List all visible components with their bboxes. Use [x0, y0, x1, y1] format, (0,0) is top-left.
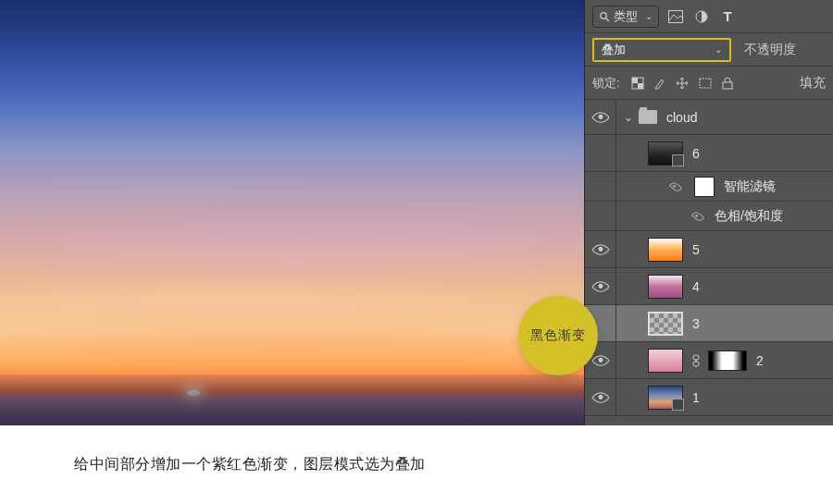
layer-thumbnail: [648, 141, 683, 166]
blend-mode-select[interactable]: 叠加 ⌄: [592, 38, 731, 62]
layer-group-cloud[interactable]: ⌄ cloud: [585, 100, 833, 135]
lock-artboard-icon[interactable]: [698, 77, 713, 90]
eye-icon: [591, 277, 610, 296]
svg-point-0: [601, 12, 607, 18]
eye-icon: [591, 240, 610, 259]
layer-thumbnail: [648, 312, 683, 336]
cloud-overlay: [0, 0, 584, 425]
visibility-toggle[interactable]: [585, 100, 616, 134]
filter-image-icon[interactable]: [666, 7, 685, 26]
layer-5[interactable]: 5: [585, 231, 833, 268]
layer-2[interactable]: 2: [585, 342, 833, 379]
svg-rect-6: [638, 83, 643, 89]
hue-sat-filter-row[interactable]: 色相/饱和度: [585, 202, 833, 231]
filter-text-icon[interactable]: T: [718, 7, 737, 26]
layer-thumbnail: [648, 238, 683, 262]
layer-name: 3: [692, 316, 700, 331]
search-icon: [599, 11, 610, 22]
callout-text: 黑色渐变: [530, 327, 586, 344]
mountains: [0, 375, 584, 425]
blend-mode-row: 叠加 ⌄ 不透明度: [585, 33, 833, 67]
layer-6[interactable]: 6: [585, 135, 833, 172]
link-icon: [691, 354, 700, 366]
visibility-toggle[interactable]: [585, 231, 616, 267]
visibility-toggle[interactable]: [585, 268, 616, 304]
chevron-down-icon: ⌄: [715, 44, 722, 55]
layer-thumbnail: [648, 386, 683, 410]
annotation-callout: 黑色渐变: [518, 296, 598, 375]
visibility-toggle[interactable]: [585, 172, 616, 201]
chevron-down-icon: ⌄: [645, 11, 653, 21]
svg-rect-7: [700, 79, 711, 88]
layer-mask-thumbnail: [708, 350, 747, 371]
canvas-preview: [0, 0, 584, 425]
lock-icons: [631, 77, 733, 90]
layer-name: 4: [692, 279, 700, 294]
fill-label[interactable]: 填充: [800, 75, 826, 92]
layer-thumbnail: [648, 275, 683, 299]
layer-name: 5: [692, 242, 700, 257]
eye-icon: [591, 351, 610, 370]
smart-filters-label: 智能滤镜: [724, 178, 776, 195]
caption-text: 给中间部分增加一个紫红色渐变，图层模式选为叠加: [0, 425, 833, 474]
layer-thumbnail: [648, 349, 683, 373]
filter-adjust-icon[interactable]: [692, 7, 711, 26]
folder-icon: [639, 110, 657, 124]
lock-row: 锁定:: [585, 67, 833, 100]
layer-4[interactable]: 4: [585, 268, 833, 305]
visibility-toggle[interactable]: [585, 379, 616, 415]
layer-name: cloud: [666, 110, 697, 125]
filter-mask-thumbnail: [694, 177, 715, 197]
lock-label: 锁定:: [592, 75, 620, 92]
layer-filter-row: 类型 ⌄ T: [585, 0, 833, 33]
svg-rect-5: [632, 78, 638, 83]
layer-list: ⌄ cloud 6 智能滤镜: [585, 100, 833, 425]
blend-mode-value: 叠加: [602, 42, 626, 58]
lock-paint-icon[interactable]: [653, 77, 666, 90]
filter-label: 类型: [614, 8, 638, 25]
lock-all-icon[interactable]: [722, 77, 733, 90]
layers-panel: 类型 ⌄ T 叠加 ⌄ 不透明度: [584, 0, 833, 425]
eye-icon[interactable]: [691, 209, 704, 222]
lock-transparency-icon[interactable]: [631, 77, 644, 90]
visibility-toggle[interactable]: [585, 202, 616, 230]
layer-3[interactable]: 3: [585, 305, 833, 342]
lock-move-icon[interactable]: [676, 77, 689, 90]
svg-rect-8: [723, 82, 732, 89]
filter-name: 色相/饱和度: [715, 208, 783, 225]
eye-icon[interactable]: [669, 179, 682, 192]
smart-filters-row[interactable]: 智能滤镜: [585, 172, 833, 202]
eye-icon: [591, 108, 610, 127]
layer-name: 2: [756, 353, 764, 368]
eye-icon: [591, 388, 610, 407]
visibility-toggle[interactable]: [585, 135, 616, 171]
layer-name: 6: [692, 146, 700, 161]
layer-filter-type[interactable]: 类型 ⌄: [592, 6, 659, 28]
chevron-down-icon[interactable]: ⌄: [624, 111, 633, 124]
svg-line-1: [606, 18, 609, 20]
layer-1[interactable]: 1: [585, 379, 833, 416]
opacity-label[interactable]: 不透明度: [744, 42, 796, 58]
layer-name: 1: [692, 390, 700, 405]
